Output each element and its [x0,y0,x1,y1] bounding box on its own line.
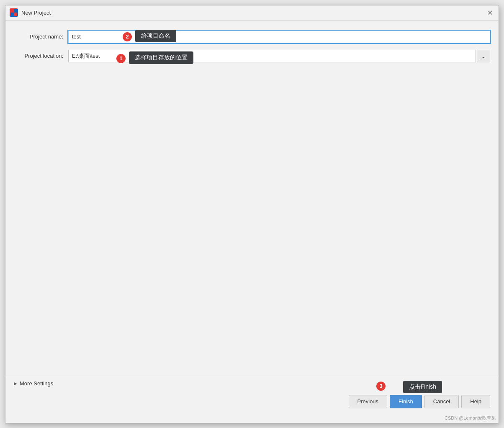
badge-1: 1 [116,54,126,63]
svg-rect-3 [14,13,17,16]
chevron-right-icon: ▶ [14,381,17,386]
more-settings-label: More Settings [20,380,53,387]
dialog-title: New Project [21,10,51,16]
project-location-row: Project location: ... [14,50,490,62]
previous-button[interactable]: Previous [349,395,388,408]
svg-rect-0 [10,9,14,13]
help-button[interactable]: Help [461,395,490,408]
svg-rect-1 [14,9,17,13]
tooltip-location: 选择项目存放的位置 [129,51,193,64]
dialog-content: Project name: Project location: ... 2 给项… [5,21,499,376]
watermark: CSDN @Lemon爱吃苹果 [5,414,499,423]
project-name-row: Project name: [14,31,490,43]
app-icon [10,8,18,17]
project-name-label: Project name: [14,33,68,40]
tooltip-finish: 点击Finish [403,381,442,393]
svg-rect-2 [10,13,14,16]
close-button[interactable]: ✕ [485,8,494,17]
title-bar: New Project ✕ [5,5,499,21]
new-project-dialog: New Project ✕ Project name: Project loca… [5,5,499,423]
bottom-area: ▶ More Settings 3 点击Finish Previous Fini… [5,376,499,414]
badge-2: 2 [123,32,132,41]
footer-buttons: 3 点击Finish Previous Finish Cancel Help [14,391,490,414]
cancel-button[interactable]: Cancel [424,395,459,408]
project-location-label: Project location: [14,53,68,59]
badge-3: 3 [376,382,386,391]
finish-button[interactable]: Finish [390,395,422,408]
title-bar-left: New Project [10,8,51,17]
tooltip-name: 给项目命名 [135,30,176,42]
browse-button[interactable]: ... [477,50,490,62]
